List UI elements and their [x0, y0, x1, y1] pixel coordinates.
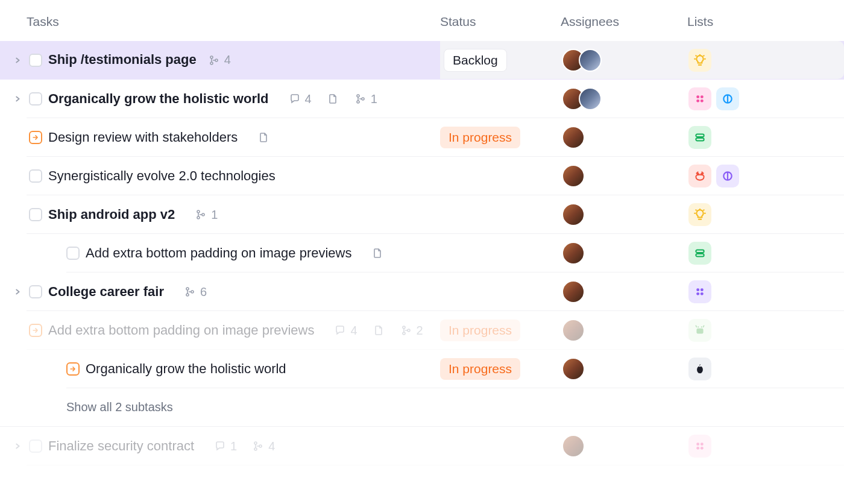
doc-meta: [371, 247, 384, 260]
avatar[interactable]: [562, 126, 585, 149]
expand-toggle[interactable]: [12, 441, 23, 452]
list-icon-apple[interactable]: [688, 358, 711, 380]
task-title: Finalize security contract: [48, 438, 194, 455]
task-title: Add extra bottom padding on image previe…: [86, 245, 351, 262]
task-row[interactable]: Design review with stakeholders In progr…: [0, 118, 844, 157]
avatar[interactable]: [562, 280, 585, 303]
comment-icon: [333, 324, 347, 337]
lists[interactable]: [687, 280, 844, 303]
task-cell[interactable]: Design review with stakeholders: [0, 121, 440, 155]
complete-checkbox[interactable]: [29, 54, 42, 67]
assignees[interactable]: [561, 358, 687, 380]
task-cell[interactable]: Organically grow the holistic world: [0, 352, 440, 386]
doc-meta: [326, 92, 339, 106]
expand-toggle[interactable]: [12, 93, 23, 104]
avatar[interactable]: [562, 319, 585, 342]
task-cell[interactable]: Ship android app v2 1: [0, 198, 440, 232]
task-row[interactable]: Organically grow the holistic world In p…: [0, 350, 844, 388]
branch-meta: 4: [251, 439, 275, 453]
task-row[interactable]: Add extra bottom padding on image previe…: [0, 234, 844, 272]
show-subtasks-label[interactable]: Show all 2 subtasks: [0, 400, 173, 414]
status-badge[interactable]: In progress: [440, 358, 520, 380]
list-icon-bulb[interactable]: [688, 49, 711, 72]
task-row[interactable]: Ship /testimonials page 4 Backlog: [0, 41, 844, 80]
avatar[interactable]: [562, 435, 585, 458]
complete-checkbox[interactable]: [29, 92, 42, 106]
lists[interactable]: [687, 49, 711, 72]
task-row[interactable]: Ship android app v2 1: [0, 195, 844, 234]
status-badge[interactable]: In progress: [440, 127, 520, 148]
list-icon-stack[interactable]: [688, 242, 711, 265]
task-cell[interactable]: College career fair 6: [0, 275, 440, 309]
expand-toggle[interactable]: [12, 286, 23, 297]
assignees[interactable]: [561, 165, 687, 187]
avatar[interactable]: [579, 87, 602, 110]
assignees[interactable]: [561, 87, 687, 110]
list-icon-bulb[interactable]: [688, 203, 711, 226]
lists[interactable]: [687, 165, 844, 187]
lists[interactable]: [687, 358, 844, 380]
list-icon-circle[interactable]: [716, 87, 739, 110]
assignees[interactable]: [561, 319, 687, 342]
complete-checkbox[interactable]: [66, 247, 80, 260]
complete-checkbox[interactable]: [29, 208, 42, 221]
avatar[interactable]: [562, 242, 585, 265]
task-cell[interactable]: Add extra bottom padding on image previe…: [0, 313, 440, 348]
avatar[interactable]: [562, 358, 585, 380]
list-icon-grid[interactable]: [688, 280, 711, 303]
complete-checkbox[interactable]: [29, 169, 42, 183]
assignees[interactable]: [561, 203, 687, 226]
task-row[interactable]: Synergistically evolve 2.0 technologies: [0, 157, 844, 195]
assignees[interactable]: [561, 280, 687, 303]
lists[interactable]: [687, 126, 844, 149]
task-row[interactable]: College career fair 6: [0, 272, 844, 311]
branch-icon: [354, 92, 367, 106]
lists[interactable]: [687, 203, 844, 226]
list-icon-stack[interactable]: [688, 126, 711, 149]
task-title: Ship /testimonials page: [48, 51, 197, 69]
column-headers: Tasks Status Assignees Lists: [0, 0, 844, 41]
lists[interactable]: [687, 242, 844, 265]
task-title: Synergistically evolve 2.0 technologies: [48, 168, 276, 185]
avatar[interactable]: [562, 165, 585, 187]
column-assignees-header: Assignees: [561, 14, 687, 29]
lists[interactable]: [687, 435, 844, 458]
lists[interactable]: [687, 87, 844, 110]
task-cell[interactable]: Ship /testimonials page 4: [0, 43, 440, 77]
subtask-count: 4: [207, 53, 231, 67]
assignees[interactable]: [561, 242, 687, 265]
task-cell[interactable]: Add extra bottom padding on image previe…: [0, 236, 440, 271]
complete-checkbox[interactable]: [29, 439, 42, 453]
expand-toggle[interactable]: [12, 55, 23, 66]
assignees[interactable]: [561, 126, 687, 149]
status-badge[interactable]: Backlog: [444, 49, 507, 72]
list-icon-grid[interactable]: [688, 435, 711, 458]
task-row[interactable]: Add extra bottom padding on image previe…: [0, 311, 844, 350]
status-badge[interactable]: In progress: [440, 320, 520, 341]
task-cell[interactable]: Organically grow the holistic world 41: [0, 82, 440, 116]
complete-checkbox[interactable]: [29, 285, 42, 298]
list-icon-grid[interactable]: [688, 87, 711, 110]
task-cell[interactable]: Synergistically evolve 2.0 technologies: [0, 159, 440, 194]
show-subtasks-row[interactable]: Show all 2 subtasks: [0, 388, 844, 427]
status-arrow-checkbox[interactable]: [29, 131, 42, 144]
task-row[interactable]: Finalize security contract 14: [0, 427, 844, 465]
lists[interactable]: [687, 319, 844, 342]
status-arrow-checkbox[interactable]: [29, 324, 42, 337]
doc-meta: [372, 324, 385, 337]
status-arrow-checkbox[interactable]: [66, 362, 80, 376]
task-row[interactable]: Organically grow the holistic world 41: [0, 80, 844, 118]
comment-icon: [213, 439, 227, 453]
column-lists-header: Lists: [687, 14, 844, 29]
list-icon-android[interactable]: [688, 319, 711, 342]
list-icon-bug[interactable]: [688, 165, 711, 187]
branch-meta: 2: [400, 324, 423, 338]
list-icon-circle[interactable]: [716, 165, 739, 187]
column-tasks-header: Tasks: [0, 14, 440, 29]
assignees[interactable]: [561, 435, 687, 458]
branch-icon: [207, 54, 221, 67]
avatar[interactable]: [579, 49, 602, 72]
avatar[interactable]: [562, 203, 585, 226]
task-cell[interactable]: Finalize security contract 14: [0, 429, 440, 464]
assignees[interactable]: [561, 49, 596, 72]
